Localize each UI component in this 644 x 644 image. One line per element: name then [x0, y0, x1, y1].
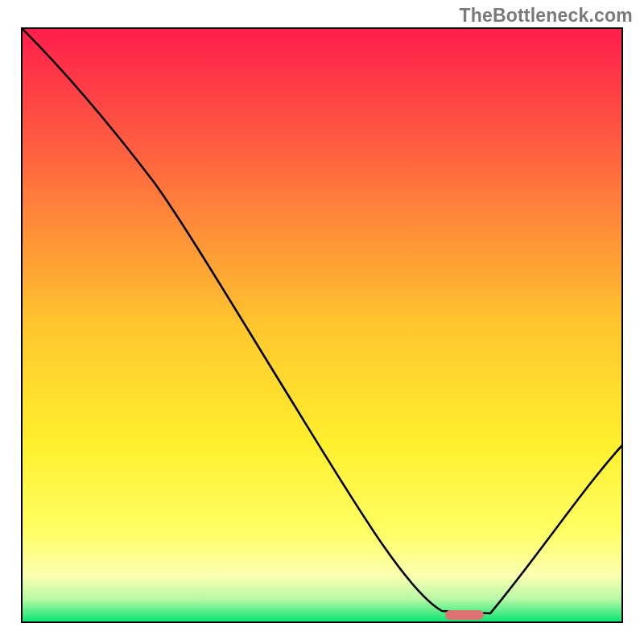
- chart-container: TheBottleneck.com: [0, 0, 644, 644]
- gradient-background: [21, 27, 623, 623]
- optimal-marker: [445, 610, 484, 620]
- plot-svg: [21, 27, 623, 623]
- watermark-label: TheBottleneck.com: [459, 5, 633, 27]
- plot-area: [21, 27, 623, 623]
